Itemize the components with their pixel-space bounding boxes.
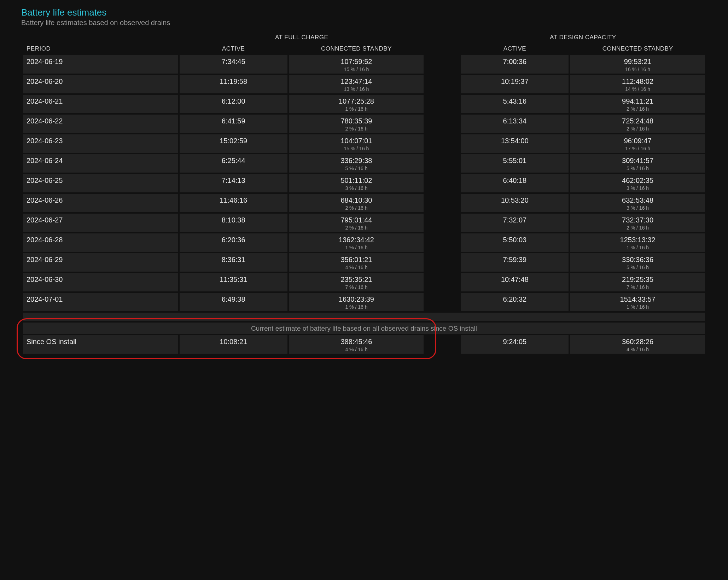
table-row: 2024-06-286:20:361362:34:421 % / 16 h5:5… bbox=[23, 233, 705, 252]
cell-period: 2024-06-27 bbox=[23, 214, 178, 232]
table-row: 2024-06-216:12:001077:25:281 % / 16 h5:4… bbox=[23, 95, 705, 113]
cell-full-standby: 356:01:214 % / 16 h bbox=[289, 253, 424, 272]
cell-full-active: 6:41:59 bbox=[180, 115, 287, 133]
cell-design-active: 7:00:36 bbox=[461, 55, 569, 74]
cell-period: 2024-06-23 bbox=[23, 134, 178, 153]
cell-period: 2024-06-19 bbox=[23, 55, 178, 74]
cell-full-active: 11:19:58 bbox=[180, 75, 287, 93]
footer-full-standby: 388:45:46 4 % / 16 h bbox=[289, 335, 424, 354]
cell-design-standby: 96:09:4717 % / 16 h bbox=[570, 134, 705, 153]
cell-design-standby: 1514:33:571 % / 16 h bbox=[570, 293, 705, 311]
cell-full-standby: 1077:25:281 % / 16 h bbox=[289, 95, 424, 113]
cell-design-active: 10:19:37 bbox=[461, 75, 569, 93]
cell-full-active: 6:49:38 bbox=[180, 293, 287, 311]
cell-full-active: 15:02:59 bbox=[180, 134, 287, 153]
cell-full-active: 8:36:31 bbox=[180, 253, 287, 272]
cell-period: 2024-06-29 bbox=[23, 253, 178, 272]
cell-period: 2024-06-21 bbox=[23, 95, 178, 113]
cell-full-active: 6:12:00 bbox=[180, 95, 287, 113]
cell-full-active: 6:20:36 bbox=[180, 233, 287, 252]
cell-full-active: 7:14:13 bbox=[180, 174, 287, 192]
cell-full-standby: 235:35:217 % / 16 h bbox=[289, 273, 424, 291]
cell-design-active: 10:53:20 bbox=[461, 194, 569, 212]
cell-design-standby: 732:37:302 % / 16 h bbox=[570, 214, 705, 232]
cell-design-standby: 99:53:2116 % / 16 h bbox=[570, 55, 705, 74]
footer-period: Since OS install bbox=[23, 335, 178, 354]
cell-period: 2024-06-22 bbox=[23, 115, 178, 133]
cell-full-active: 6:25:44 bbox=[180, 154, 287, 173]
section-subtitle: Battery life estimates based on observed… bbox=[21, 19, 707, 27]
table-row: 2024-06-3011:35:31235:35:217 % / 16 h10:… bbox=[23, 273, 705, 291]
table-row: 2024-06-278:10:38795:01:442 % / 16 h7:32… bbox=[23, 214, 705, 232]
cell-design-standby: 219:25:357 % / 16 h bbox=[570, 273, 705, 291]
table-row: 2024-06-2011:19:58123:47:1413 % / 16 h10… bbox=[23, 75, 705, 93]
cell-full-active: 11:46:16 bbox=[180, 194, 287, 212]
table-row: 2024-06-246:25:44336:29:385 % / 16 h5:55… bbox=[23, 154, 705, 173]
footer-note: Current estimate of battery life based o… bbox=[23, 323, 705, 334]
col-group-full-charge: AT FULL CHARGE bbox=[180, 33, 424, 42]
cell-full-standby: 123:47:1413 % / 16 h bbox=[289, 75, 424, 93]
cell-full-standby: 1362:34:421 % / 16 h bbox=[289, 233, 424, 252]
estimates-table: AT FULL CHARGE AT DESIGN CAPACITY PERIOD… bbox=[21, 31, 707, 355]
cell-design-active: 6:20:32 bbox=[461, 293, 569, 311]
cell-design-active: 13:54:00 bbox=[461, 134, 569, 153]
cell-design-standby: 330:36:365 % / 16 h bbox=[570, 253, 705, 272]
cell-design-standby: 994:11:212 % / 16 h bbox=[570, 95, 705, 113]
cell-design-standby: 112:48:0214 % / 16 h bbox=[570, 75, 705, 93]
cell-full-standby: 684:10:302 % / 16 h bbox=[289, 194, 424, 212]
cell-full-standby: 1630:23:391 % / 16 h bbox=[289, 293, 424, 311]
footer-summary-row: Since OS install 10:08:21 388:45:46 4 % … bbox=[23, 335, 705, 354]
table-row: 2024-06-2611:46:16684:10:302 % / 16 h10:… bbox=[23, 194, 705, 212]
footer-design-active: 9:24:05 bbox=[461, 335, 569, 354]
cell-design-standby: 1253:13:321 % / 16 h bbox=[570, 233, 705, 252]
cell-design-active: 5:43:16 bbox=[461, 95, 569, 113]
table-row: 2024-06-197:34:45107:59:5215 % / 16 h7:0… bbox=[23, 55, 705, 74]
cell-period: 2024-07-01 bbox=[23, 293, 178, 311]
cell-design-standby: 725:24:482 % / 16 h bbox=[570, 115, 705, 133]
cell-full-active: 7:34:45 bbox=[180, 55, 287, 74]
col-period: PERIOD bbox=[23, 44, 178, 54]
footer-design-standby: 360:28:26 4 % / 16 h bbox=[570, 335, 705, 354]
cell-design-active: 6:40:18 bbox=[461, 174, 569, 192]
table-row: 2024-06-298:36:31356:01:214 % / 16 h7:59… bbox=[23, 253, 705, 272]
cell-full-active: 8:10:38 bbox=[180, 214, 287, 232]
cell-design-active: 7:32:07 bbox=[461, 214, 569, 232]
cell-period: 2024-06-30 bbox=[23, 273, 178, 291]
cell-period: 2024-06-26 bbox=[23, 194, 178, 212]
footer-note-row: Current estimate of battery life based o… bbox=[23, 323, 705, 334]
cell-full-standby: 107:59:5215 % / 16 h bbox=[289, 55, 424, 74]
col-full-standby: CONNECTED STANDBY bbox=[289, 44, 424, 54]
table-row: 2024-06-2315:02:59104:07:0115 % / 16 h13… bbox=[23, 134, 705, 153]
footer-full-active: 10:08:21 bbox=[180, 335, 287, 354]
table-row: 2024-06-257:14:13501:11:023 % / 16 h6:40… bbox=[23, 174, 705, 192]
cell-full-standby: 501:11:023 % / 16 h bbox=[289, 174, 424, 192]
cell-full-active: 11:35:31 bbox=[180, 273, 287, 291]
col-group-design-capacity: AT DESIGN CAPACITY bbox=[461, 33, 705, 42]
col-full-active: ACTIVE bbox=[180, 44, 287, 54]
cell-design-active: 7:59:39 bbox=[461, 253, 569, 272]
cell-full-standby: 336:29:385 % / 16 h bbox=[289, 154, 424, 173]
cell-design-active: 6:13:34 bbox=[461, 115, 569, 133]
cell-full-standby: 795:01:442 % / 16 h bbox=[289, 214, 424, 232]
cell-period: 2024-06-25 bbox=[23, 174, 178, 192]
table-row: 2024-07-016:49:381630:23:391 % / 16 h6:2… bbox=[23, 293, 705, 311]
cell-design-standby: 632:53:483 % / 16 h bbox=[570, 194, 705, 212]
section-title: Battery life estimates bbox=[21, 7, 707, 18]
cell-design-standby: 462:02:353 % / 16 h bbox=[570, 174, 705, 192]
cell-full-standby: 780:35:392 % / 16 h bbox=[289, 115, 424, 133]
table-group-header: AT FULL CHARGE AT DESIGN CAPACITY bbox=[23, 33, 705, 42]
col-design-standby: CONNECTED STANDBY bbox=[570, 44, 705, 54]
battery-report-page: Battery life estimates Battery life esti… bbox=[0, 0, 728, 369]
table-row: 2024-06-226:41:59780:35:392 % / 16 h6:13… bbox=[23, 115, 705, 133]
cell-design-active: 10:47:48 bbox=[461, 273, 569, 291]
table-sub-header: PERIOD ACTIVE CONNECTED STANDBY ACTIVE C… bbox=[23, 44, 705, 54]
cell-design-active: 5:55:01 bbox=[461, 154, 569, 173]
cell-design-standby: 309:41:575 % / 16 h bbox=[570, 154, 705, 173]
cell-full-standby: 104:07:0115 % / 16 h bbox=[289, 134, 424, 153]
cell-period: 2024-06-28 bbox=[23, 233, 178, 252]
cell-period: 2024-06-24 bbox=[23, 154, 178, 173]
col-design-active: ACTIVE bbox=[461, 44, 569, 54]
cell-design-active: 5:50:03 bbox=[461, 233, 569, 252]
cell-period: 2024-06-20 bbox=[23, 75, 178, 93]
